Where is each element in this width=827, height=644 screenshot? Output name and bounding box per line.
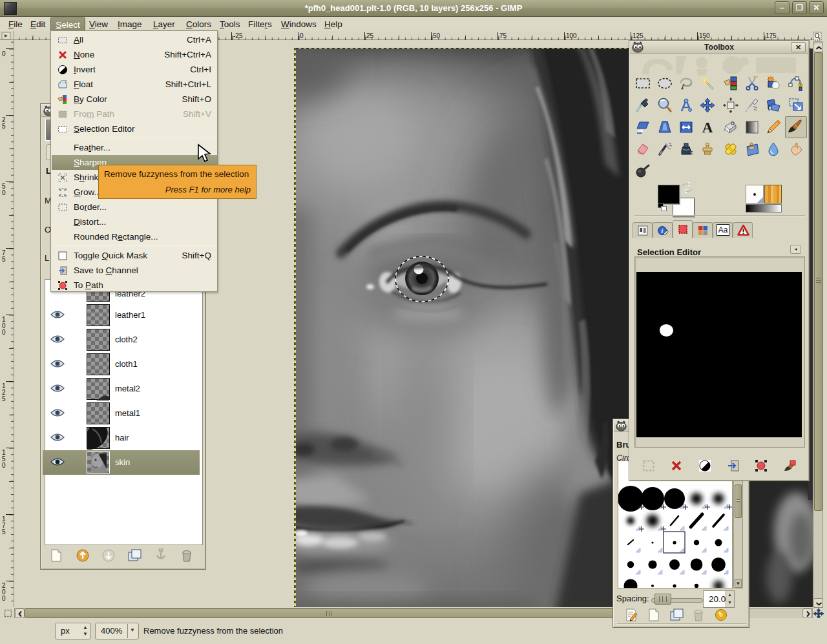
svg-text:0: 0	[2, 50, 6, 57]
svg-text:5: 5	[2, 123, 6, 130]
svg-text:125: 125	[633, 32, 644, 39]
svg-text:-25: -25	[233, 32, 243, 39]
svg-text:5: 5	[2, 395, 6, 402]
svg-text:50: 50	[433, 32, 441, 39]
svg-text:150: 150	[699, 32, 710, 39]
svg-text:0: 0	[2, 329, 6, 336]
svg-text:i: i	[662, 227, 664, 234]
svg-text:0: 0	[300, 32, 304, 39]
svg-text:5: 5	[2, 528, 6, 535]
svg-text:0: 0	[2, 462, 6, 469]
svg-text:A: A	[702, 119, 713, 135]
svg-text:100: 100	[566, 32, 577, 39]
svg-text:25: 25	[366, 32, 374, 39]
svg-text:0: 0	[2, 189, 6, 196]
svg-text:175: 175	[766, 32, 777, 39]
svg-text:75: 75	[499, 32, 507, 39]
svg-text:0: 0	[2, 595, 6, 602]
svg-text:5: 5	[2, 256, 6, 263]
